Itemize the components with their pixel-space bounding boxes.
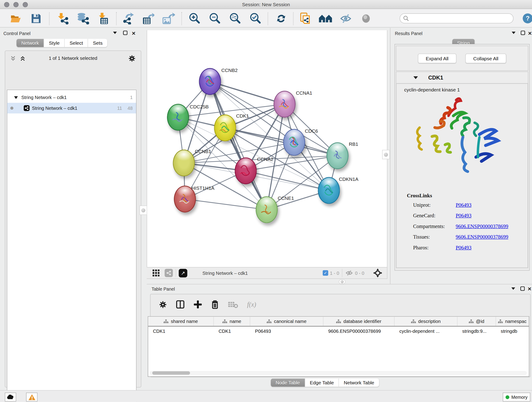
zoom-selected-button[interactable]: [249, 12, 262, 25]
warnings-button[interactable]: [26, 393, 38, 402]
table-cell[interactable]: stringdb:9...: [457, 327, 496, 337]
function-builder-icon[interactable]: f(x): [247, 301, 256, 308]
hide-selected-button[interactable]: [339, 12, 353, 25]
table-panel-close-icon[interactable]: ✕: [528, 286, 532, 292]
import-table-button[interactable]: [97, 12, 110, 25]
control-panel-close-icon[interactable]: ✕: [132, 31, 136, 36]
protein-thumbnail: [168, 104, 188, 130]
tab-select[interactable]: Select: [65, 39, 88, 47]
control-panel-menu-icon[interactable]: [113, 32, 117, 35]
network-edge[interactable]: [210, 82, 267, 210]
table-settings-gear-icon[interactable]: [159, 300, 167, 308]
birdseye-view-icon[interactable]: ↗: [179, 269, 187, 277]
fit-content-crosshair-icon[interactable]: [373, 269, 382, 278]
show-all-button[interactable]: [359, 12, 373, 25]
network-node-ccnb2[interactable]: [199, 68, 221, 95]
results-panel-float-icon[interactable]: [521, 31, 525, 35]
tab-edge-table[interactable]: Edge Table: [305, 379, 339, 387]
table-cell[interactable]: P06493: [250, 327, 323, 337]
zoom-in-button[interactable]: [188, 12, 201, 25]
add-column-plus-icon[interactable]: [194, 300, 202, 309]
network-node-cdkn1a[interactable]: [318, 177, 340, 204]
delete-column-trash-icon[interactable]: [211, 300, 219, 309]
delete-table-icon[interactable]: [228, 301, 238, 308]
save-session-button[interactable]: [29, 12, 43, 25]
tab-sets[interactable]: Sets: [88, 39, 108, 47]
network-node-ccna1[interactable]: [273, 91, 296, 118]
grid-view-icon[interactable]: [152, 269, 160, 277]
clone-network-button[interactable]: [299, 12, 312, 25]
table-cell[interactable]: cyclin-dependent ...: [394, 327, 457, 337]
left-splitter-handle[interactable]: [139, 206, 147, 215]
table-panel-float-icon[interactable]: [520, 287, 525, 291]
zoom-out-button[interactable]: [208, 12, 222, 25]
network-node-ccna2[interactable]: [235, 157, 257, 184]
hidden-eye-slash-icon[interactable]: [345, 269, 353, 276]
current-network-name: String Network – cdk1: [203, 270, 248, 276]
network-edge[interactable]: [210, 82, 285, 104]
table-panel-menu-icon[interactable]: [511, 287, 516, 290]
table-row[interactable]: CDK1CDK1P064939606.ENSP00000378699cyclin…: [148, 327, 529, 337]
network-options-gear-icon[interactable]: [128, 55, 136, 62]
table-horizontal-scrollbar[interactable]: [150, 371, 527, 375]
show-columns-icon[interactable]: [176, 300, 185, 309]
help-button[interactable]: ?: [523, 13, 532, 24]
network-node-ccne1[interactable]: [256, 196, 278, 223]
import-network-file-button[interactable]: [56, 12, 70, 25]
network-node-cdc25b[interactable]: [167, 104, 189, 131]
network-node-rb1[interactable]: [326, 142, 348, 169]
cloud-button[interactable]: [5, 393, 16, 402]
network-collection-row[interactable]: String Network – cdk1 1: [7, 92, 136, 103]
network-canvas[interactable]: CCNB2CCNA1CDC25BCDK1CDC6RB1CCNB1CCNA2CDK…: [147, 30, 387, 267]
export-network-button[interactable]: [121, 12, 135, 25]
tab-node-table[interactable]: Node Table: [271, 379, 305, 387]
bottom-splitter-handle[interactable]: [339, 280, 346, 284]
network-edge[interactable]: [185, 199, 267, 210]
network-node-ccnb1[interactable]: [173, 150, 195, 177]
crosslink-value-link[interactable]: P06493: [456, 213, 472, 219]
control-panel-float-icon[interactable]: [123, 31, 128, 35]
first-neighbors-button[interactable]: [319, 12, 332, 25]
right-splitter-handle[interactable]: [382, 150, 390, 159]
node-entry-header[interactable]: CDK1: [396, 72, 528, 84]
memory-button[interactable]: Memory: [503, 393, 530, 402]
tab-network-table[interactable]: Network Table: [339, 379, 379, 387]
crosslink-value-link[interactable]: 9606.ENSP00000378699: [456, 234, 508, 240]
table-cell[interactable]: CDK1: [214, 327, 250, 337]
tab-style[interactable]: Style: [44, 39, 65, 47]
apply-layout-button[interactable]: [274, 12, 288, 25]
node-label-hist1h1a: HIST1H1A: [191, 185, 215, 191]
export-image-button[interactable]: [162, 12, 175, 25]
column-header-shared-name[interactable]: shared name: [148, 317, 214, 326]
expand-all-button[interactable]: Expand All: [418, 53, 456, 63]
table-cell[interactable]: stringdb: [496, 327, 529, 337]
column-header-name[interactable]: name: [214, 317, 250, 326]
column-header--id[interactable]: @id: [457, 317, 496, 326]
column-header-description[interactable]: description: [394, 317, 457, 326]
network-row-selected[interactable]: String Network – cdk1 11 48: [7, 103, 136, 114]
column-header-database-identifier[interactable]: database identifier: [323, 317, 395, 326]
crosslink-value-link[interactable]: P06493: [456, 245, 472, 251]
import-network-database-button[interactable]: [76, 12, 90, 25]
table-cell[interactable]: CDK1: [148, 327, 214, 337]
crosslink-value-link[interactable]: 9606.ENSP00000378699: [456, 223, 508, 230]
scrollbar-thumb[interactable]: [152, 371, 190, 375]
collapse-all-button[interactable]: Collapse All: [465, 53, 506, 63]
network-share-view-icon[interactable]: [165, 269, 173, 277]
column-header-namespac[interactable]: namespac: [496, 317, 529, 326]
tab-network[interactable]: Network: [17, 39, 44, 47]
search-field[interactable]: [400, 13, 514, 24]
results-panel-close-icon[interactable]: ✕: [528, 31, 532, 36]
open-session-button[interactable]: [9, 12, 23, 25]
results-panel-menu-icon[interactable]: [511, 32, 516, 35]
zoom-fit-button[interactable]: [228, 12, 242, 25]
selected-indicator-checkbox[interactable]: ✓: [323, 270, 328, 276]
crosslink-value-link[interactable]: P06493: [456, 202, 472, 208]
network-edge[interactable]: [225, 128, 338, 156]
network-node-cdc6[interactable]: [283, 129, 305, 156]
table-cell[interactable]: 9606.ENSP00000378699: [323, 327, 395, 337]
network-node-cdk1[interactable]: [214, 115, 236, 141]
crosslinks-list: Uniprot:P06493GeneCard:P06493Compartment…: [397, 199, 528, 261]
export-table-button[interactable]: [141, 12, 155, 25]
column-header-canonical-name[interactable]: canonical name: [250, 317, 323, 326]
